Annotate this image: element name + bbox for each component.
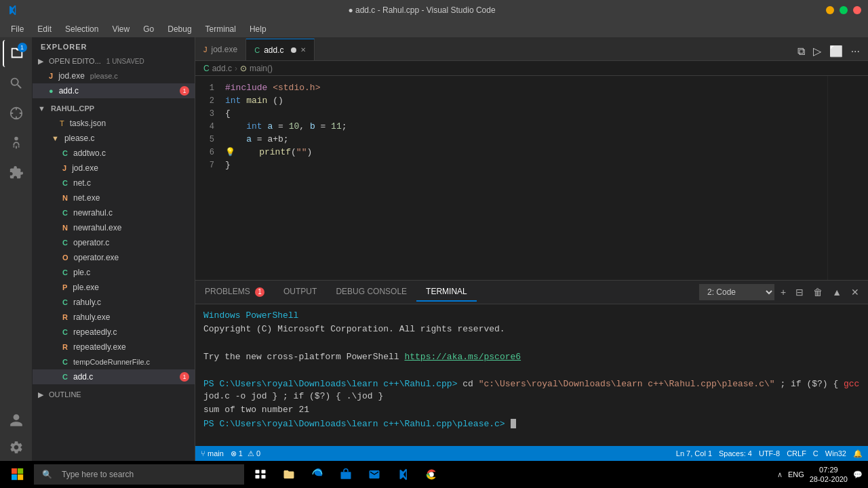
addc-tab-icon: C [254,46,260,54]
activity-explorer[interactable]: 1 [3,40,30,67]
close-tab-btn[interactable]: ✕ [300,46,306,54]
terminal-select[interactable]: 1: PowerShell 2: Code [699,284,774,300]
menu-edit[interactable]: Edit [32,23,57,35]
code-line-3: { [222,107,827,120]
editor-tabs: J jod.exe C add.c ✕ ⧉ ▷ ⬜ ··· [195,37,868,61]
code-editor[interactable]: 1 2 3 4 5 6 7 #include <stdio.h> int mai… [195,76,827,280]
titlebar-left [7,5,18,16]
sidebar-addtwo[interactable]: C addtwo.c [33,146,195,161]
more-actions-btn[interactable]: ··· [848,43,863,60]
sidebar-newrahul-c[interactable]: C newrahul.c [33,205,195,220]
operatorc-icon: C [62,239,68,247]
start-button[interactable] [5,462,30,487]
sidebar-newrahul-exe[interactable]: N newrahul.exe [33,220,195,235]
layout-btn[interactable]: ⬜ [827,42,846,60]
project-header[interactable]: ▼ RAHUL.CPP [33,101,195,116]
tray-expand[interactable]: ∧ [777,470,783,479]
open-editor-addc[interactable]: ● add.c 1 [33,83,195,98]
platform[interactable]: Win32 [825,449,846,458]
sidebar-net-exe[interactable]: N net.exe [33,190,195,205]
sidebar-operator-exe[interactable]: O operator.exe [33,250,195,265]
outline-header[interactable]: ▶ OUTLINE [33,387,195,402]
panel-tab-output[interactable]: OUTPUT [274,283,326,302]
sidebar-rahuly-exe[interactable]: R rahuly.exe [33,310,195,325]
breadcrumb-file[interactable]: C [203,64,210,73]
menu-go[interactable]: Go [138,23,159,35]
activity-git[interactable] [3,100,30,127]
error-icon: ⊗ [231,449,237,458]
activity-debug[interactable] [3,129,30,157]
maximize-panel-btn[interactable]: ▲ [829,285,845,299]
breadcrumb-filename[interactable]: add.c [212,64,232,73]
status-errors[interactable]: ⊗ 1 ⚠ 0 [231,449,260,458]
mail-btn[interactable] [362,462,387,487]
search-bar[interactable]: 🔍 Type here to search [34,464,244,485]
open-editor-jod[interactable]: J jod.exe please.c [33,68,195,83]
split-editor-btn[interactable]: ⧉ [795,43,808,60]
panel-tab-terminal[interactable]: TERMINAL [416,283,477,302]
delete-terminal-btn[interactable]: 🗑 [810,285,826,299]
sidebar-operator-c[interactable]: C operator.c [33,235,195,250]
panel-tab-debug[interactable]: DEBUG CONSOLE [326,283,416,302]
line-ending[interactable]: CRLF [787,449,806,458]
menu-selection[interactable]: Selection [60,23,104,35]
menu-file[interactable]: File [5,23,29,35]
tray-clock[interactable]: 07:29 28-02-2020 [810,465,848,485]
menu-terminal[interactable]: Terminal [200,23,241,35]
menu-help[interactable]: Help [244,23,272,35]
sidebar-tasks-json[interactable]: T tasks.json [33,116,195,131]
activity-settings[interactable] [3,434,30,461]
notification-btn[interactable]: 💬 [853,470,863,479]
pleexe-icon: P [62,283,67,291]
tab-add-c[interactable]: C add.c ✕ [246,39,314,60]
maximize-button[interactable]: □ [840,6,848,14]
ln-col[interactable]: Ln 7, Col 1 [676,449,712,458]
menu-view[interactable]: View [106,23,135,35]
spaces[interactable]: Spaces: 4 [719,449,752,458]
sidebar-repeatedly-c[interactable]: C repeatedly.c [33,325,195,340]
close-panel-btn[interactable]: ✕ [848,285,863,299]
lightbulb-icon[interactable]: 💡 [225,147,235,157]
sidebar-rahuly-c[interactable]: C rahuly.c [33,295,195,310]
terminal-content[interactable]: Windows PowerShell Copyright (C) Microso… [195,304,868,446]
lang-indicator[interactable]: ENG [788,470,804,479]
panel-header: PROBLEMS 1 OUTPUT DEBUG CONSOLE TERMINAL… [195,281,868,304]
sidebar-net-c[interactable]: C net.c [33,176,195,190]
sidebar-repeatedly-exe[interactable]: R repeatedly.exe [33,340,195,354]
addc-badge: 1 [180,86,189,96]
sidebar-ple-exe[interactable]: P ple.exe [33,280,195,295]
activity-extensions[interactable] [3,159,30,186]
search-placeholder: Type here to search [62,470,134,479]
open-editors-header[interactable]: ▶ OPEN EDITO... 1 UNSAVED [33,54,195,68]
code-line-7: } [222,159,827,171]
new-terminal-btn[interactable]: + [777,285,789,299]
sidebar-jod-exe[interactable]: J jod.exe [33,161,195,176]
pscore-link[interactable]: https://aka.ms/pscore6 [404,352,521,362]
activity-account[interactable] [3,407,30,434]
menu-debug[interactable]: Debug [162,23,197,35]
close-button[interactable]: ✕ [853,6,861,14]
run-btn[interactable]: ▷ [810,42,824,60]
activity-search[interactable] [3,70,30,97]
file-explorer-btn[interactable] [277,462,301,487]
tab-jod-exe[interactable]: J jod.exe [195,39,246,60]
vscode-taskbar-btn[interactable] [391,462,415,487]
chrome-btn[interactable] [419,462,443,487]
bell-icon[interactable]: 🔔 [853,449,863,458]
svg-rect-7 [262,475,266,479]
window-controls[interactable]: ─ □ ✕ [826,6,861,14]
encoding[interactable]: UTF-8 [759,449,780,458]
edge-btn[interactable] [305,462,330,487]
panel-tab-problems[interactable]: PROBLEMS 1 [195,283,274,302]
minimize-button[interactable]: ─ [826,6,834,14]
task-view-btn[interactable] [248,462,273,487]
language[interactable]: C [813,449,818,458]
sidebar-add-c[interactable]: C add.c 1 [33,369,195,384]
sidebar-ple-c[interactable]: C ple.c [33,265,195,280]
store-btn[interactable] [334,462,358,487]
breadcrumb-symbol[interactable]: main() [250,64,273,73]
git-branch[interactable]: ⑂ main [201,449,224,458]
split-terminal-btn[interactable]: ⊟ [792,285,807,299]
sidebar-tempcode[interactable]: C tempCodeRunnerFile.c [33,354,195,369]
sidebar-please-c[interactable]: ▼ please.c [33,131,195,146]
